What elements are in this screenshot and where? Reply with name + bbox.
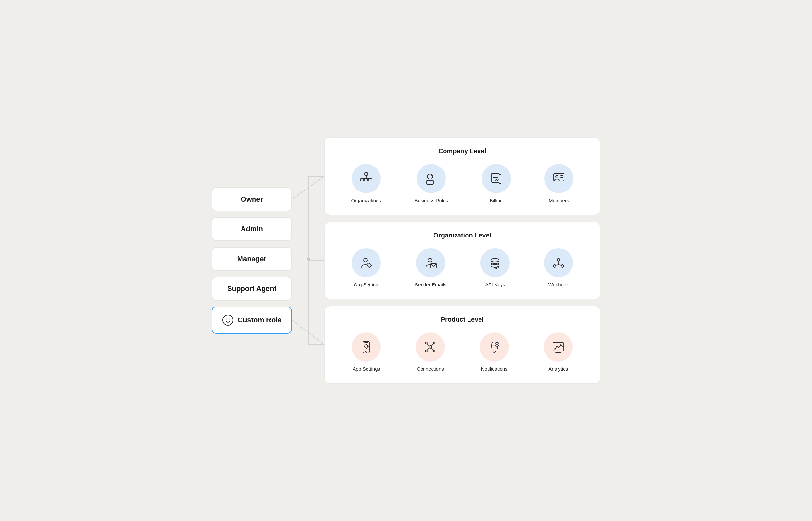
svg-point-64: [433, 342, 435, 344]
svg-point-40: [428, 258, 432, 262]
svg-point-26: [555, 175, 558, 178]
role-card-owner[interactable]: Owner: [212, 187, 292, 211]
org-setting-circle: [352, 248, 381, 277]
role-card-manager[interactable]: Manager: [212, 247, 292, 271]
icon-item-webhook: Webhook: [544, 248, 573, 287]
icon-item-app-settings: App Settings: [352, 333, 381, 371]
icon-item-org-setting: Org Setting: [352, 248, 381, 287]
svg-rect-18: [427, 180, 433, 184]
billing-icon: [489, 172, 503, 186]
admin-label: Admin: [241, 225, 263, 233]
api-keys-icon: [488, 256, 502, 270]
product-level-title: Product Level: [338, 316, 587, 323]
owner-label: Owner: [241, 195, 263, 203]
svg-rect-13: [364, 179, 368, 181]
svg-point-2: [229, 319, 230, 319]
analytics-icon: [551, 340, 565, 354]
role-card-admin[interactable]: Admin: [212, 217, 292, 241]
members-circle: [544, 164, 573, 193]
roles-column: Owner Admin Manager Support Agent Custom…: [212, 187, 292, 334]
icon-item-sender-emails: Sender Emails: [415, 248, 447, 287]
api-keys-label: API Keys: [485, 282, 505, 287]
billing-label: Billing: [490, 198, 503, 203]
svg-point-30: [364, 258, 367, 262]
icon-item-business-rules: Business Rules: [415, 164, 448, 203]
webhook-circle: [544, 248, 573, 277]
sender-emails-icon: [424, 256, 438, 270]
role-card-support-agent[interactable]: Support Agent: [212, 277, 292, 301]
notifications-circle: [480, 333, 509, 362]
svg-rect-12: [360, 179, 364, 181]
svg-point-66: [433, 350, 435, 352]
svg-point-0: [223, 315, 233, 325]
svg-point-75: [558, 347, 559, 348]
manager-label: Manager: [237, 255, 266, 263]
company-icons-row: Organizations Business Rules: [338, 164, 587, 203]
company-level-panel: Company Level Organizations: [325, 137, 600, 215]
svg-point-56: [365, 351, 367, 352]
webhook-label: Webhook: [548, 282, 569, 287]
app-settings-circle: [352, 333, 381, 362]
svg-point-1: [226, 319, 226, 319]
business-rules-icon: [424, 172, 438, 186]
svg-point-65: [425, 350, 427, 352]
svg-point-57: [364, 345, 368, 348]
app-settings-icon: [359, 340, 373, 354]
organization-level-title: Organization Level: [338, 232, 587, 239]
connector-area: [292, 137, 325, 384]
svg-rect-14: [369, 179, 372, 181]
organization-level-panel: Organization Level: [325, 222, 600, 299]
svg-point-76: [560, 344, 562, 346]
role-card-custom-role[interactable]: Custom Role: [212, 307, 292, 334]
smiley-icon: [222, 314, 234, 326]
icon-item-billing: Billing: [482, 164, 511, 203]
billing-circle: [482, 164, 511, 193]
svg-line-37: [371, 267, 371, 267]
business-rules-circle: [417, 164, 446, 193]
members-label: Members: [549, 198, 569, 203]
support-agent-label: Support Agent: [227, 285, 277, 293]
org-setting-icon: [359, 256, 373, 270]
svg-point-63: [425, 342, 427, 344]
notifications-label: Notifications: [481, 366, 508, 371]
icon-item-analytics: Analytics: [544, 333, 573, 371]
org-chart-icon: [359, 172, 373, 186]
members-icon: [552, 172, 566, 186]
product-level-panel: Product Level: [325, 306, 600, 384]
svg-line-67: [427, 344, 429, 346]
connector-svg: [292, 137, 325, 384]
sender-emails-circle: [416, 248, 445, 277]
svg-point-74: [556, 346, 557, 347]
svg-point-47: [496, 267, 497, 269]
organizations-label: Organizations: [351, 198, 381, 203]
svg-point-73: [554, 348, 555, 349]
org-icons-row: Org Setting Sender Emails: [338, 248, 587, 287]
panels-column: Company Level Organizations: [325, 137, 600, 384]
connections-icon: [423, 340, 437, 354]
svg-line-70: [431, 348, 433, 350]
org-setting-label: Org Setting: [354, 282, 379, 287]
business-rules-label: Business Rules: [415, 198, 448, 203]
svg-line-52: [555, 265, 558, 265]
icon-item-connections: Connections: [416, 333, 445, 371]
connections-circle: [416, 333, 445, 362]
product-icons-row: App Settings: [338, 333, 587, 371]
svg-line-69: [427, 348, 429, 350]
svg-rect-11: [364, 173, 368, 175]
app-settings-label: App Settings: [353, 366, 380, 371]
svg-rect-21: [492, 173, 499, 182]
icon-item-organizations: Organizations: [351, 164, 381, 203]
organizations-circle: [352, 164, 381, 193]
analytics-label: Analytics: [548, 366, 568, 371]
custom-role-label: Custom Role: [238, 316, 282, 324]
svg-line-39: [368, 267, 368, 267]
svg-line-36: [368, 264, 368, 264]
company-level-title: Company Level: [338, 148, 587, 155]
svg-line-68: [431, 344, 433, 346]
icon-item-members: Members: [544, 164, 573, 203]
icon-item-api-keys: API Keys: [480, 248, 509, 287]
icon-item-notifications: Notifications: [480, 333, 509, 371]
webhook-icon: [551, 256, 566, 270]
sender-emails-label: Sender Emails: [415, 282, 447, 287]
notifications-icon: [487, 340, 502, 354]
